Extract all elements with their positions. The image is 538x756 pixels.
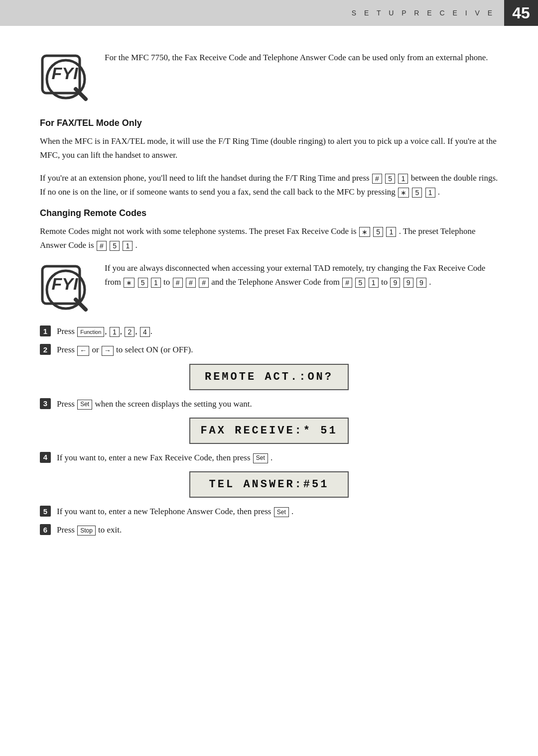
step-6: 6 Press Stop to exit.: [40, 523, 498, 537]
lcd-screen-2: FAX RECEIVE:* 51: [189, 418, 349, 444]
key-set-s3: Set: [77, 400, 92, 410]
key-arrow-left: ←: [77, 346, 89, 356]
top-note-section: FYI For the MFC 7750, the Fax Receive Co…: [40, 51, 498, 103]
lcd-screen-3: TEL ANSWER:#51: [189, 471, 349, 498]
step-6-text: Press Stop to exit.: [57, 523, 498, 537]
key-star-1: ∗: [398, 188, 409, 198]
mid-fyi-section: FYI If you are always disconnected when …: [40, 261, 498, 314]
step-5: 5 If you want to, enter a new Telephone …: [40, 505, 498, 518]
step-1: 1 Press Function, 1, 2, 4.: [40, 324, 498, 338]
step-4-text: If you want to, enter a new Fax Receive …: [57, 451, 498, 464]
key-5-p1: 5: [373, 227, 383, 237]
step-4: 4 If you want to, enter a new Fax Receiv…: [40, 451, 498, 464]
key-1-p1: 1: [386, 227, 396, 237]
key-5-p2a: 5: [138, 278, 148, 288]
key-9-p2c: 9: [416, 278, 426, 288]
step-3-text: Press Set when the screen displays the s…: [57, 397, 498, 411]
svg-text:FYI: FYI: [52, 274, 79, 293]
fax-tel-para2: If you're at an extension phone, you'll …: [40, 171, 498, 199]
step-num-5: 5: [40, 506, 51, 517]
step-2: 2 Press ← or → to select ON (or OFF).: [40, 343, 498, 356]
fyi-icon-mid: FYI: [40, 264, 90, 314]
step-num-1: 1: [40, 325, 51, 336]
fyi-icon-top: FYI: [40, 53, 90, 103]
key-1-s1: 1: [110, 327, 120, 337]
header-bar: S E T U P R E C E I V E 45: [0, 0, 538, 26]
key-star-p1: ∗: [359, 227, 370, 237]
key-1-p1b: 1: [123, 241, 133, 251]
step-num-2: 2: [40, 344, 51, 355]
key-1-p2b: 1: [369, 278, 379, 288]
key-stop-s6: Stop: [77, 526, 96, 536]
key-hash-p1: #: [97, 241, 107, 251]
lcd-screen-1: REMOTE ACT.:ON?: [189, 364, 349, 390]
step-3: 3 Press Set when the screen displays the…: [40, 397, 498, 411]
key-hash-1: #: [372, 174, 382, 184]
step-2-text: Press ← or → to select ON (or OFF).: [57, 343, 498, 356]
changing-section: Changing Remote Codes Remote Codes might…: [40, 208, 498, 537]
changing-heading: Changing Remote Codes: [40, 208, 498, 218]
steps-container: 1 Press Function, 1, 2, 4. 2 Press ← or …: [40, 324, 498, 537]
key-1-2: 1: [425, 188, 435, 198]
changing-para2: If you are always disconnected when acce…: [105, 261, 498, 289]
key-2-s1: 2: [125, 327, 134, 337]
top-note-text: For the MFC 7750, the Fax Receive Code a…: [105, 51, 498, 64]
step-1-text: Press Function, 1, 2, 4.: [57, 324, 498, 338]
key-5-2: 5: [412, 188, 422, 198]
fax-tel-heading: For FAX/TEL Mode Only: [40, 118, 498, 128]
key-5-1: 5: [385, 174, 395, 184]
key-hash-p2c: #: [199, 278, 209, 288]
key-5-p1b: 5: [110, 241, 120, 251]
key-arrow-right: →: [102, 346, 114, 356]
svg-text:FYI: FYI: [52, 64, 79, 83]
step-num-4: 4: [40, 452, 51, 463]
header-title: S E T U P R E C E I V E: [0, 9, 504, 17]
key-hash-p2a: #: [173, 278, 183, 288]
key-5-p2b: 5: [355, 278, 365, 288]
key-1-p2a: 1: [151, 278, 161, 288]
fax-tel-section: For FAX/TEL Mode Only When the MFC is in…: [40, 118, 498, 199]
key-star-p2: ∗: [124, 278, 134, 288]
key-9-p2a: 9: [390, 278, 400, 288]
key-1-1: 1: [398, 174, 408, 184]
key-9-p2b: 9: [404, 278, 413, 288]
key-set-s4: Set: [253, 453, 268, 463]
page-number: 45: [504, 0, 538, 26]
fax-tel-para1: When the MFC is in FAX/TEL mode, it will…: [40, 134, 498, 162]
key-hash-p2b: #: [186, 278, 196, 288]
step-num-3: 3: [40, 398, 51, 409]
key-set-s5: Set: [274, 507, 289, 517]
main-content: FYI For the MFC 7750, the Fax Receive Co…: [0, 26, 538, 571]
changing-para1: Remote Codes might not work with some te…: [40, 224, 498, 252]
key-function: Function: [77, 327, 104, 337]
key-hash-p2d: #: [342, 278, 352, 288]
step-num-6: 6: [40, 524, 51, 535]
key-4-s1: 4: [140, 327, 150, 337]
step-5-text: If you want to, enter a new Telephone An…: [57, 505, 498, 518]
